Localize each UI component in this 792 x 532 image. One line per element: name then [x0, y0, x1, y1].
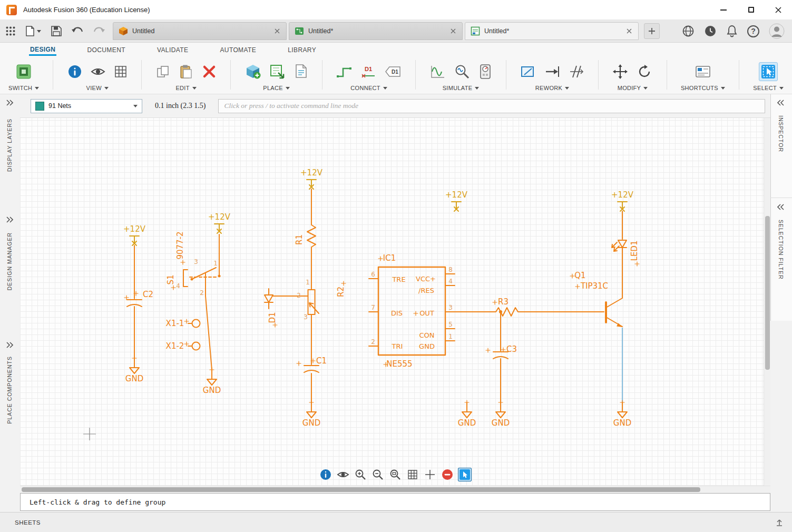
expand-display-layers-button[interactable]: [6, 100, 13, 106]
schematic-label[interactable]: +12V: [445, 190, 468, 200]
zoom-fit-button[interactable]: [388, 468, 402, 481]
schematic-label[interactable]: 1: [306, 279, 310, 286]
save-button[interactable]: [51, 25, 62, 37]
schematic-label[interactable]: 7: [371, 304, 375, 311]
tab-design[interactable]: DESIGN: [29, 44, 56, 56]
simulate-menu[interactable]: SIMULATE: [443, 85, 480, 91]
help-button[interactable]: ?: [747, 25, 759, 37]
schematic-label[interactable]: NE555: [386, 359, 412, 369]
redo-button[interactable]: [93, 26, 105, 36]
schematic-label[interactable]: 2: [200, 289, 204, 297]
schematic-label[interactable]: TRE: [392, 275, 405, 283]
schematic-label[interactable]: GND: [125, 374, 143, 383]
schematic-label[interactable]: X1-2: [166, 341, 184, 351]
crosshair-button[interactable]: [423, 468, 437, 481]
schematic-label[interactable]: GND: [203, 386, 221, 395]
schematic-label[interactable]: /RES: [418, 287, 434, 294]
expand-place-components-button[interactable]: [6, 342, 13, 348]
schematic-label[interactable]: 4: [176, 282, 180, 290]
canvas-info-button[interactable]: [319, 468, 333, 481]
file-menu-button[interactable]: [25, 25, 42, 37]
switch-menu[interactable]: SWITCH: [8, 85, 39, 91]
schematic-label[interactable]: X1-1: [166, 319, 184, 328]
rework-apply-button[interactable]: [544, 64, 560, 79]
edit-menu[interactable]: EDIT: [175, 85, 196, 91]
nets-dropdown[interactable]: 91 Nets: [31, 99, 142, 113]
schematic-label[interactable]: 4: [448, 278, 453, 285]
schematic-label[interactable]: 1: [213, 260, 218, 267]
schematic-label[interactable]: +12V: [611, 190, 634, 200]
view-menu[interactable]: VIEW: [86, 85, 109, 91]
doc-tab-model[interactable]: Untitled: [113, 22, 287, 40]
schematic-label[interactable]: 3: [194, 258, 198, 265]
grid-settings-button[interactable]: [114, 65, 128, 78]
connector-x1-1[interactable]: [188, 320, 200, 328]
panel-inspector[interactable]: INSPECTOR: [778, 115, 784, 152]
ic1-ne555[interactable]: [369, 267, 455, 355]
schematic-label[interactable]: C3: [506, 344, 517, 354]
power-symbols-12v[interactable]: [130, 180, 627, 245]
place-sheet-button[interactable]: [269, 64, 285, 80]
schematic-label[interactable]: 2: [371, 338, 375, 346]
net-name-button[interactable]: D1: [360, 64, 376, 79]
user-avatar-button[interactable]: [769, 23, 785, 39]
connect-menu[interactable]: CONNECT: [350, 85, 387, 91]
paste-button[interactable]: [179, 64, 193, 79]
capacitor-c3[interactable]: [493, 352, 508, 359]
place-menu[interactable]: PLACE: [263, 85, 290, 91]
move-button[interactable]: [612, 64, 628, 80]
vertical-scrollbar-thumb[interactable]: [765, 216, 770, 370]
new-tab-button[interactable]: [644, 23, 660, 39]
simulation-button[interactable]: [430, 64, 446, 79]
schematic-label[interactable]: 2: [297, 292, 301, 299]
schematic-label[interactable]: D1: [268, 312, 277, 323]
schematic-label[interactable]: R2: [336, 287, 346, 297]
capacitor-c1[interactable]: [304, 366, 319, 372]
close-button[interactable]: [765, 0, 792, 19]
schematic-canvas-area[interactable]: +12V+12V+12V+12V+12VGNDGNDGNDGNDGNDGNDC2…: [20, 118, 764, 486]
canvas-visibility-button[interactable]: [336, 468, 350, 481]
schematic-label[interactable]: +12V: [208, 212, 231, 222]
canvas-grid-button[interactable]: [406, 468, 419, 481]
schematic-label[interactable]: 5: [448, 321, 453, 328]
schematic-label[interactable]: R1: [295, 234, 304, 245]
tab-library[interactable]: LIBRARY: [287, 44, 317, 56]
rotate-button[interactable]: [637, 64, 652, 80]
copy-button[interactable]: [155, 64, 170, 79]
doc-tab-board[interactable]: Untitled*: [289, 22, 463, 40]
schematic-label[interactable]: 3: [304, 313, 308, 321]
expand-selection-filter-button[interactable]: [777, 204, 785, 210]
shortcuts-menu[interactable]: SHORTCUTS: [681, 85, 725, 91]
schematic-label[interactable]: S1: [166, 274, 175, 284]
schematic-label[interactable]: GND: [302, 418, 320, 428]
potentiometer-r2[interactable]: [308, 290, 319, 314]
schematic-label[interactable]: CON: [419, 331, 434, 339]
select-menu[interactable]: SELECT: [753, 85, 784, 91]
multimeter-button[interactable]: [478, 64, 492, 80]
led-led1[interactable]: [612, 240, 627, 258]
schematic-label[interactable]: GND: [613, 418, 631, 428]
schematic-label[interactable]: LED1: [630, 241, 639, 261]
canvas-select-button[interactable]: [458, 468, 472, 481]
diode-d1[interactable]: [265, 289, 273, 309]
net-label-button[interactable]: D1: [385, 65, 402, 78]
horizontal-scrollbar[interactable]: [20, 486, 770, 493]
tab-close-button[interactable]: [273, 27, 281, 35]
schematic-drawing[interactable]: +12V+12V+12V+12V+12VGNDGNDGNDGNDGNDGNDC2…: [20, 118, 762, 486]
doc-tab-schematic[interactable]: Untitled*: [465, 22, 639, 40]
panel-display-layers[interactable]: DISPLAY LAYERS: [6, 119, 13, 172]
select-tool-button[interactable]: [760, 64, 776, 80]
schematic-label[interactable]: GND: [492, 418, 510, 428]
stop-command-button[interactable]: [441, 468, 454, 481]
transistor-q1[interactable]: [606, 258, 622, 327]
schematic-label[interactable]: C2: [143, 290, 153, 299]
app-grid-button[interactable]: [5, 26, 16, 36]
schematic-label[interactable]: VCC+: [416, 275, 436, 283]
rework-compare-button[interactable]: [569, 64, 584, 79]
connector-x1-2[interactable]: [188, 342, 200, 350]
zoom-in-button[interactable]: [354, 468, 367, 481]
schematic-label[interactable]: R3: [498, 297, 509, 307]
schematic-label[interactable]: TIP31C: [580, 281, 608, 291]
schematic-label[interactable]: DIS: [391, 309, 403, 317]
info-button[interactable]: [67, 64, 82, 79]
